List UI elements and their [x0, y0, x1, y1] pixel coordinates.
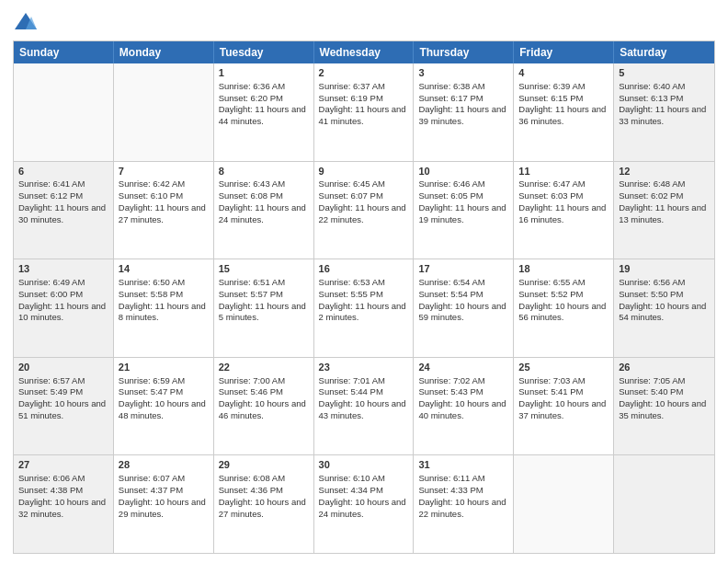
calendar-cell-4-4: 23Sunrise: 7:01 AMSunset: 5:44 PMDayligh…	[314, 358, 415, 455]
calendar-cell-2-1: 6Sunrise: 6:41 AMSunset: 6:12 PMDaylight…	[14, 162, 114, 259]
calendar-cell-4-3: 22Sunrise: 7:00 AMSunset: 5:46 PMDayligh…	[214, 358, 314, 455]
day-info: Sunrise: 6:37 AM	[319, 81, 385, 91]
day-info: Daylight: 10 hours and 54 minutes.	[619, 301, 706, 323]
calendar-cell-5-3: 29Sunrise: 6:08 AMSunset: 4:36 PMDayligh…	[214, 455, 314, 553]
day-info: Sunset: 6:08 PM	[219, 190, 283, 201]
day-info: Sunset: 5:41 PM	[518, 386, 583, 396]
calendar-cell-3-5: 17Sunrise: 6:54 AMSunset: 5:54 PMDayligh…	[414, 259, 514, 357]
day-info: Sunset: 6:02 PM	[619, 190, 683, 201]
day-number: 22	[219, 361, 309, 374]
day-info: Daylight: 11 hours and 30 minutes.	[18, 202, 106, 224]
day-info: Daylight: 11 hours and 16 minutes.	[518, 202, 606, 224]
calendar-cell-3-4: 16Sunrise: 6:53 AMSunset: 5:55 PMDayligh…	[314, 259, 415, 357]
day-number: 30	[319, 458, 409, 472]
day-info: Daylight: 10 hours and 43 minutes.	[319, 398, 406, 420]
day-info: Sunset: 5:47 PM	[119, 386, 183, 396]
day-info: Daylight: 11 hours and 22 minutes.	[319, 202, 406, 224]
day-info: Daylight: 10 hours and 46 minutes.	[219, 398, 306, 420]
day-info: Sunrise: 7:05 AM	[619, 375, 685, 385]
day-info: Sunset: 5:58 PM	[119, 289, 183, 299]
logo	[13, 9, 42, 35]
day-info: Sunrise: 6:49 AM	[18, 277, 85, 287]
calendar-cell-2-3: 8Sunrise: 6:43 AMSunset: 6:08 PMDaylight…	[214, 162, 314, 259]
day-info: Sunrise: 6:48 AM	[619, 178, 685, 189]
day-number: 1	[219, 66, 309, 80]
day-info: Daylight: 10 hours and 37 minutes.	[518, 398, 606, 420]
calendar-cell-5-1: 27Sunrise: 6:06 AMSunset: 4:38 PMDayligh…	[14, 455, 114, 553]
day-info: Sunrise: 6:59 AM	[119, 375, 185, 385]
calendar-cell-3-1: 13Sunrise: 6:49 AMSunset: 6:00 PMDayligh…	[14, 259, 114, 357]
day-info: Daylight: 10 hours and 48 minutes.	[119, 398, 206, 420]
calendar-cell-4-6: 25Sunrise: 7:03 AMSunset: 5:41 PMDayligh…	[514, 358, 614, 455]
calendar-cell-4-5: 24Sunrise: 7:02 AMSunset: 5:43 PMDayligh…	[414, 358, 514, 455]
day-info: Sunset: 6:15 PM	[518, 93, 583, 103]
calendar-row-1: 1Sunrise: 6:36 AMSunset: 6:20 PMDaylight…	[14, 63, 714, 161]
day-info: Sunrise: 6:07 AM	[119, 473, 185, 483]
day-info: Sunrise: 7:02 AM	[418, 375, 484, 385]
day-info: Sunset: 4:36 PM	[219, 485, 283, 495]
day-info: Sunrise: 6:38 AM	[418, 81, 484, 91]
day-info: Daylight: 11 hours and 27 minutes.	[119, 202, 206, 224]
day-info: Daylight: 11 hours and 39 minutes.	[418, 104, 506, 126]
day-info: Sunrise: 7:03 AM	[518, 375, 585, 385]
day-info: Daylight: 11 hours and 8 minutes.	[119, 301, 206, 323]
calendar-body: 1Sunrise: 6:36 AMSunset: 6:20 PMDaylight…	[14, 63, 714, 553]
day-info: Daylight: 11 hours and 41 minutes.	[319, 104, 406, 126]
day-number: 31	[418, 458, 508, 472]
header-cell-tuesday: Tuesday	[214, 41, 314, 63]
day-number: 24	[418, 361, 508, 374]
header-cell-thursday: Thursday	[414, 41, 514, 63]
day-info: Sunrise: 6:42 AM	[119, 178, 185, 189]
day-info: Sunrise: 6:39 AM	[518, 81, 585, 91]
day-info: Daylight: 10 hours and 56 minutes.	[518, 301, 606, 323]
day-info: Sunset: 4:34 PM	[319, 485, 383, 495]
calendar-cell-1-1	[14, 63, 114, 161]
day-info: Daylight: 11 hours and 10 minutes.	[18, 301, 106, 323]
day-number: 19	[619, 262, 710, 276]
day-info: Daylight: 10 hours and 40 minutes.	[418, 398, 506, 420]
day-info: Daylight: 10 hours and 35 minutes.	[619, 398, 706, 420]
day-number: 27	[18, 458, 108, 472]
day-info: Sunrise: 6:50 AM	[119, 277, 185, 287]
day-number: 6	[18, 165, 108, 178]
calendar-cell-3-7: 19Sunrise: 6:56 AMSunset: 5:50 PMDayligh…	[614, 259, 714, 357]
day-number: 11	[518, 165, 609, 178]
calendar-cell-5-4: 30Sunrise: 6:10 AMSunset: 4:34 PMDayligh…	[314, 455, 415, 553]
header-cell-friday: Friday	[514, 41, 614, 63]
header-cell-sunday: Sunday	[14, 41, 114, 63]
day-info: Sunrise: 6:43 AM	[219, 178, 285, 189]
calendar-cell-5-5: 31Sunrise: 6:11 AMSunset: 4:33 PMDayligh…	[414, 455, 514, 553]
day-info: Sunrise: 7:00 AM	[219, 375, 285, 385]
page: SundayMondayTuesdayWednesdayThursdayFrid…	[0, 0, 728, 563]
day-number: 25	[518, 361, 609, 374]
calendar-row-4: 20Sunrise: 6:57 AMSunset: 5:49 PMDayligh…	[14, 357, 714, 455]
calendar-cell-3-6: 18Sunrise: 6:55 AMSunset: 5:52 PMDayligh…	[514, 259, 614, 357]
calendar-cell-2-4: 9Sunrise: 6:45 AMSunset: 6:07 PMDaylight…	[314, 162, 415, 259]
day-info: Sunrise: 6:57 AM	[18, 375, 85, 385]
day-number: 18	[518, 262, 609, 276]
calendar-cell-5-6	[514, 455, 614, 553]
day-info: Sunrise: 6:10 AM	[319, 473, 385, 483]
day-info: Sunrise: 6:51 AM	[219, 277, 285, 287]
day-info: Sunset: 4:33 PM	[418, 485, 483, 495]
calendar-cell-1-5: 3Sunrise: 6:38 AMSunset: 6:17 PMDaylight…	[414, 63, 514, 161]
day-info: Daylight: 10 hours and 32 minutes.	[18, 497, 106, 519]
day-info: Sunset: 6:20 PM	[219, 93, 283, 103]
day-number: 23	[319, 361, 409, 374]
day-info: Daylight: 10 hours and 51 minutes.	[18, 398, 106, 420]
day-info: Sunset: 5:44 PM	[319, 386, 383, 396]
day-info: Sunrise: 6:08 AM	[219, 473, 285, 483]
calendar-cell-1-2	[114, 63, 214, 161]
day-info: Sunrise: 6:45 AM	[319, 178, 385, 189]
header-cell-monday: Monday	[114, 41, 214, 63]
calendar-cell-1-3: 1Sunrise: 6:36 AMSunset: 6:20 PMDaylight…	[214, 63, 314, 161]
calendar-cell-3-2: 14Sunrise: 6:50 AMSunset: 5:58 PMDayligh…	[114, 259, 214, 357]
day-info: Sunrise: 6:47 AM	[518, 178, 585, 189]
day-info: Daylight: 11 hours and 5 minutes.	[219, 301, 306, 323]
day-number: 15	[219, 262, 309, 276]
day-number: 10	[418, 165, 508, 178]
day-info: Daylight: 10 hours and 24 minutes.	[319, 497, 406, 519]
day-info: Daylight: 11 hours and 24 minutes.	[219, 202, 306, 224]
day-info: Sunset: 5:49 PM	[18, 386, 83, 396]
day-info: Sunrise: 6:56 AM	[619, 277, 685, 287]
